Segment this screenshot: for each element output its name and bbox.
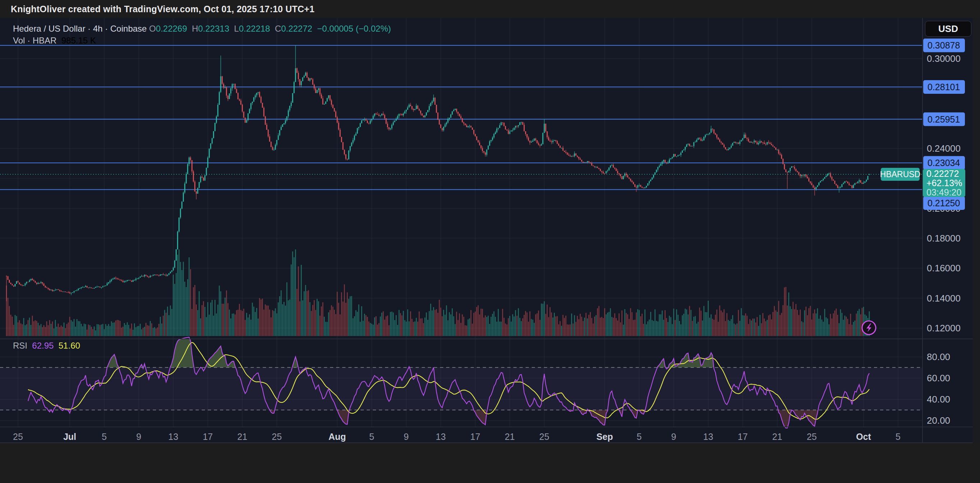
rsi-axis-label: 40.00 [927, 394, 950, 405]
time-axis-label: 13 [703, 432, 713, 442]
time-axis-label: 25 [539, 432, 549, 442]
high-value: 0.22313 [198, 24, 229, 34]
last-price-symbol-flag[interactable]: HBARUSD [881, 168, 920, 181]
low-label: L [234, 24, 239, 34]
time-axis-label: 9 [671, 432, 676, 442]
time-axis-label: 9 [404, 432, 409, 442]
attribution-text: KnightOliver created with TradingView.co… [11, 4, 315, 14]
right-gutter [973, 18, 980, 443]
close-value: 0.22272 [281, 24, 312, 34]
alert-price-badge[interactable]: 0.25951 [923, 113, 965, 126]
interval-label: 4h [93, 24, 103, 34]
rsi-ma-value: 51.60 [59, 341, 80, 351]
volume-series [6, 249, 870, 336]
alert-price-badge[interactable]: 0.28101 [923, 80, 965, 94]
rsi-axis-label: 60.00 [927, 373, 950, 383]
chart-area: 0.300000.240000.200000.180000.160000.140… [0, 18, 980, 443]
rsi-value: 62.95 [32, 341, 54, 351]
time-axis-label: 21 [772, 432, 782, 442]
time-axis-label: 25 [272, 432, 282, 442]
price-axis-label: 0.14000 [927, 293, 961, 303]
rsi-axis-label: 20.00 [927, 415, 950, 426]
svg-text:0.25951: 0.25951 [928, 114, 960, 124]
time-axis-label: 9 [136, 432, 141, 442]
price-axis-label: 0.24000 [927, 143, 961, 154]
currency-button[interactable]: USD [925, 21, 971, 37]
volume-legend: Vol · HBAR 985.15 K [13, 35, 96, 46]
time-axis-label: 5 [102, 432, 107, 442]
time-axis-label: 21 [237, 432, 247, 442]
candle-series [6, 45, 870, 301]
alert-price-badge[interactable]: 0.30878 [923, 38, 965, 52]
open-label: O [149, 24, 156, 34]
alert-price-badge[interactable]: 0.23034 [923, 156, 965, 170]
time-axis-label: 17 [738, 432, 748, 442]
time-axis-label: Aug [329, 432, 346, 442]
svg-text:0.21250: 0.21250 [928, 198, 960, 208]
chart-surface[interactable]: 0.300000.240000.200000.180000.160000.140… [0, 18, 980, 443]
alert-price-badge[interactable]: 0.21250 [923, 196, 965, 210]
high-label: H [192, 24, 198, 34]
time-axis-label: 13 [168, 432, 178, 442]
rsi-axis-label: 80.00 [927, 351, 950, 362]
price-axis-label: 0.12000 [927, 323, 961, 334]
time-axis-label: Jul [63, 432, 76, 442]
time-axis-label: Sep [597, 432, 613, 442]
last-price-change-pct: +62.13% [926, 178, 965, 187]
logo-bar: TradingView [0, 443, 980, 483]
price-axis-label: 0.16000 [927, 263, 961, 273]
price-axis[interactable] [923, 18, 973, 427]
tradingview-screenshot: KnightOliver created with TradingView.co… [0, 0, 980, 483]
volume-value: 985.15 K [62, 36, 96, 46]
volume-label: Vol · HBAR [13, 36, 56, 46]
rsi-label: RSI [13, 341, 27, 351]
symbol-name: Hedera / US Dollar [13, 24, 85, 34]
time-axis-label: 5 [896, 432, 900, 442]
time-axis-label: 25 [13, 432, 23, 442]
svg-text:0.30878: 0.30878 [928, 40, 960, 50]
bar-countdown: 03:49:20 [926, 187, 965, 197]
time-axis-label: 17 [470, 432, 480, 442]
last-price-badge[interactable]: 0.22272 +62.13% 03:49:20 [923, 169, 965, 197]
time-axis-label: 5 [369, 432, 374, 442]
low-value: 0.22218 [239, 24, 270, 34]
time-axis-label: 5 [637, 432, 642, 442]
svg-text:0.28101: 0.28101 [928, 82, 960, 92]
symbol-legend: Hedera / US Dollar · 4h · Coinbase O0.22… [13, 23, 391, 35]
time-axis-label: Oct [856, 432, 871, 442]
time-axis-label: 13 [436, 432, 446, 442]
attribution-bar: KnightOliver created with TradingView.co… [0, 0, 980, 18]
lightning-marker[interactable] [862, 321, 876, 335]
time-axis-label: 17 [203, 432, 213, 442]
time-axis-label: 21 [505, 432, 515, 442]
svg-text:0.23034: 0.23034 [928, 158, 960, 168]
rsi-legend: RSI 62.95 51.60 [13, 340, 80, 351]
change-value: −0.00005 (−0.02%) [317, 24, 391, 34]
open-value: 0.22269 [156, 24, 187, 34]
gridlines [0, 18, 923, 427]
exchange-label: Coinbase [110, 24, 147, 34]
close-label: C [275, 24, 281, 34]
last-price-value: 0.22272 [926, 169, 965, 178]
price-axis-label: 0.18000 [927, 233, 961, 244]
time-axis-label: 25 [807, 432, 817, 442]
price-axis-label: 0.30000 [927, 53, 961, 64]
rsi-band [0, 368, 923, 410]
